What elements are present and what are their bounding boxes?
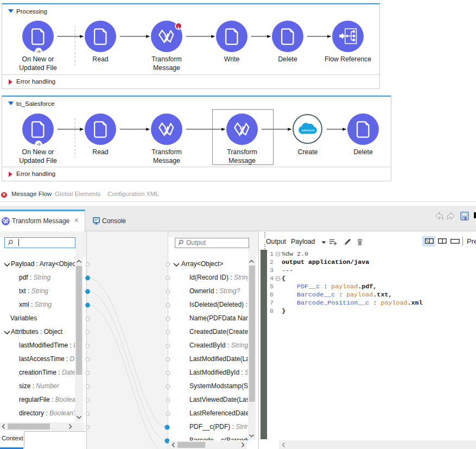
- svg-text:salesforce: salesforce: [301, 129, 314, 132]
